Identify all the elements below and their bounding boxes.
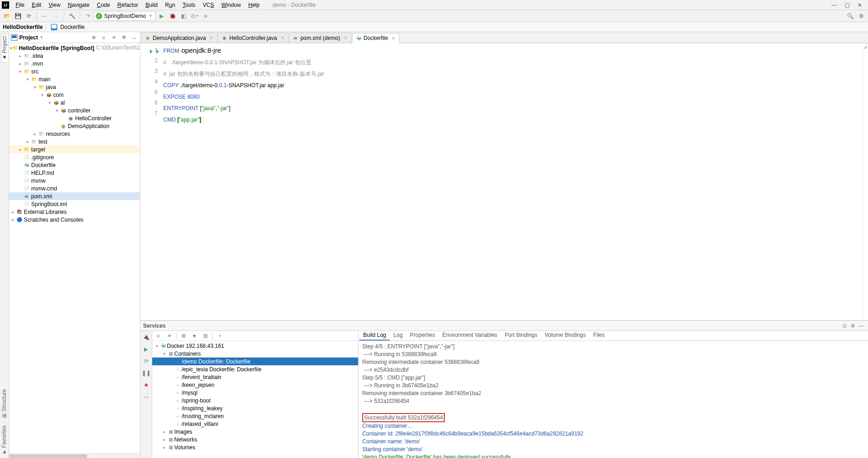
settings-icon[interactable]: ⚙ <box>856 11 866 21</box>
menu-edit[interactable]: Edit <box>28 0 45 10</box>
tab-port-bindings[interactable]: Port Bindings <box>501 331 541 341</box>
docker-root[interactable]: ▾Docker 192.168.43.161 <box>152 342 358 350</box>
code-editor[interactable]: ⏵⏵ 1234567 FROM openjdk:8-jre # ./target… <box>140 43 868 320</box>
search-everywhere-icon[interactable]: 🔍 <box>845 11 855 21</box>
collapse-all-icon[interactable]: ≑ <box>110 34 118 40</box>
images-group[interactable]: ▸Images <box>152 428 358 436</box>
close-icon[interactable]: ✕ <box>281 35 284 40</box>
tree-mvnw[interactable]: mvnw <box>9 177 140 184</box>
window-minimize[interactable]: — <box>828 2 840 8</box>
container-demo[interactable]: /demo Dockerfile: Dockerfile <box>152 357 358 365</box>
tree-test[interactable]: ▸test <box>9 138 140 145</box>
container-keen[interactable]: /keen_jepsen <box>152 381 358 389</box>
tab-properties[interactable]: Properties <box>406 331 439 341</box>
tree-demo-application[interactable]: DemoApplication <box>9 122 140 130</box>
tree-com[interactable]: ▾com <box>9 91 140 99</box>
run-configuration-dropdown[interactable]: ✓ SpringBootDemo ▼ <box>94 11 155 21</box>
tree-hello-controller[interactable]: HelloController <box>9 114 140 122</box>
rerun-icon[interactable]: ⟳ <box>142 357 151 366</box>
nav-forward-icon[interactable]: → <box>51 11 61 21</box>
menu-window[interactable]: Window <box>218 0 245 10</box>
menu-refactor[interactable]: Refactor <box>114 0 142 10</box>
project-tree[interactable]: ▾ HelloDockerfile [SpringBoot] C:\00Lear… <box>9 43 140 453</box>
container-relaxed[interactable]: /relaxed_villani <box>152 420 358 428</box>
tree-main[interactable]: ▾main <box>9 75 140 83</box>
menu-run[interactable]: Run <box>161 0 179 10</box>
tree-idea[interactable]: ▸.idea <box>9 52 140 60</box>
volumes-group[interactable]: ▸Volumes <box>152 443 358 451</box>
profile-button[interactable]: ⊙▾ <box>189 11 199 21</box>
close-icon[interactable]: ✕ <box>210 35 213 40</box>
menu-view[interactable]: View <box>45 0 64 10</box>
container-epic-tesla[interactable]: /epic_tesla Dockerfile: Dockerfile <box>152 365 358 373</box>
menu-tools[interactable]: Tools <box>179 0 199 10</box>
container-trusting[interactable]: /trusting_mclaren <box>152 412 358 420</box>
sync-icon[interactable]: ⟳ <box>24 11 34 21</box>
tree-java[interactable]: ▾java <box>9 83 140 91</box>
breadcrumb-file[interactable]: Dockerfile <box>60 24 84 30</box>
tree-iml[interactable]: SpringBoot.iml <box>9 200 140 208</box>
locate-icon[interactable]: ⊕ <box>89 34 98 40</box>
tab-dockerfile[interactable]: Dockerfile✕ <box>352 33 399 43</box>
build-log-output[interactable]: Step 4/5 : ENTRYPOINT ["java","-jar"] --… <box>359 341 868 458</box>
debug-button[interactable]: 🐞 <box>167 11 177 21</box>
collapse-icon[interactable]: ≑ <box>165 333 173 339</box>
container-spring-boot[interactable]: /spring-boot <box>152 397 358 404</box>
breadcrumb-root[interactable]: HelloDockerfile <box>3 24 43 30</box>
more-icon[interactable]: — <box>142 392 151 402</box>
tree-gitignore[interactable]: .gitignore <box>9 153 140 161</box>
run-button[interactable]: ▶ <box>156 11 166 21</box>
tree-mvnw-cmd[interactable]: mvnw.cmd <box>9 184 140 192</box>
tree-target[interactable]: ▸target <box>9 145 140 153</box>
tree-src[interactable]: ▾src <box>9 67 140 75</box>
run-gutter-icon[interactable]: ⏵⏵ <box>149 46 161 56</box>
horizontal-scrollbar[interactable] <box>9 453 140 458</box>
hide-panel-icon[interactable]: — <box>130 35 138 40</box>
save-all-icon[interactable]: 💾 <box>13 11 23 21</box>
services-gear-icon[interactable]: ✻ <box>849 323 857 329</box>
window-close[interactable]: ✕ <box>853 2 866 8</box>
containers-group[interactable]: ▾Containers <box>152 350 358 357</box>
tab-volume-bindings[interactable]: Volume Bindings <box>541 331 589 341</box>
tree-root[interactable]: ▾ HelloDockerfile [SpringBoot] C:\00Lear… <box>9 44 140 52</box>
menu-code[interactable]: Code <box>93 0 114 10</box>
chevron-down-icon[interactable]: ▼ <box>40 35 44 39</box>
build-icon[interactable]: 🔨 <box>67 11 77 21</box>
stop-button[interactable]: ■ <box>200 11 210 21</box>
vtab-project[interactable]: ■ Project <box>1 34 8 62</box>
expand-all-icon[interactable]: ≡ <box>100 35 108 40</box>
menu-navigate[interactable]: Navigate <box>64 0 93 10</box>
stop-icon[interactable]: ■ <box>142 380 151 390</box>
tree-dockerfile[interactable]: Dockerfile <box>9 161 140 169</box>
container-inspiring[interactable]: /inspiring_leakey <box>152 404 358 412</box>
close-icon[interactable]: ✕ <box>344 35 348 40</box>
layout-icon[interactable]: ▥ <box>201 333 210 339</box>
tab-build-log[interactable]: Build Log <box>359 331 390 341</box>
filter-icon[interactable]: ▼ <box>190 333 199 339</box>
tab-log[interactable]: Log <box>390 331 406 341</box>
tree-scratches[interactable]: ▸Scratches and Consoles <box>9 216 140 223</box>
tab-demo-application[interactable]: DemoApplication.java✕ <box>141 33 217 43</box>
pause-icon[interactable]: ❚❚ <box>142 369 151 378</box>
open-icon[interactable]: 📂 <box>2 11 12 21</box>
run-icon[interactable]: ▶ <box>142 345 151 354</box>
services-hide-icon[interactable]: — <box>857 323 865 329</box>
container-fervent[interactable]: /fervent_brattain <box>152 373 358 381</box>
tree-controller[interactable]: ▾controller <box>9 106 140 114</box>
container-mysql[interactable]: /mysql <box>152 389 358 397</box>
settings-gear-icon[interactable]: ✻ <box>120 34 128 40</box>
menu-vcs[interactable]: VCS <box>199 0 218 10</box>
tree-help-md[interactable]: HELP.md <box>9 169 140 177</box>
project-view-label[interactable]: Project <box>19 34 38 41</box>
vtab-structure[interactable]: ▤ Structure <box>1 389 7 419</box>
close-icon[interactable]: ✕ <box>392 36 395 41</box>
add-service-icon[interactable]: ＋ <box>216 332 224 339</box>
window-maximize[interactable]: ▢ <box>840 2 853 8</box>
group-icon[interactable]: ⊞ <box>179 333 188 339</box>
nav-back-icon[interactable]: ← <box>40 11 50 21</box>
tab-files[interactable]: Files <box>589 331 608 341</box>
networks-group[interactable]: ▸Networks <box>152 436 358 443</box>
coverage-button[interactable]: ◧ <box>178 11 188 21</box>
tab-env-vars[interactable]: Environment Variables <box>439 331 501 341</box>
menu-build[interactable]: Build <box>142 0 161 10</box>
